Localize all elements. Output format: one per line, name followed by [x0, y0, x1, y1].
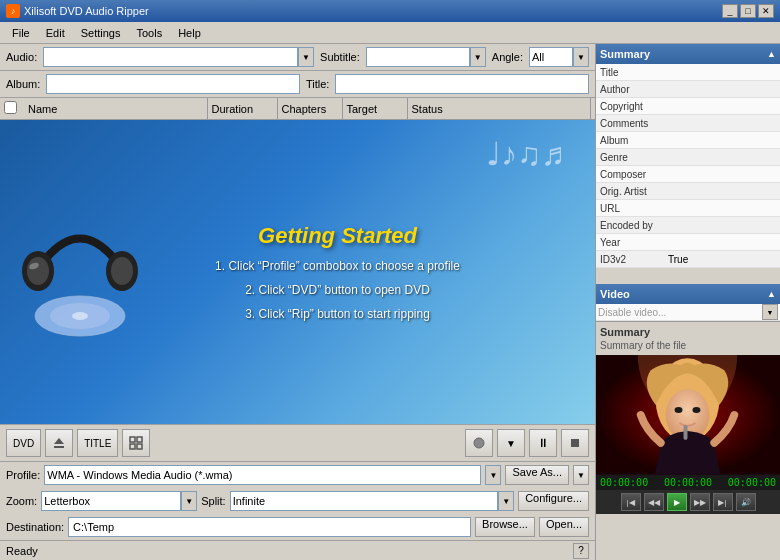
save-as-button[interactable]: Save As...: [505, 465, 569, 485]
audio-combo-arrow[interactable]: ▼: [298, 47, 314, 67]
col-name: Name: [24, 98, 208, 119]
zoom-arrow[interactable]: ▼: [181, 491, 197, 511]
table-header: Name Duration Chapters Target Status: [0, 98, 595, 120]
col-duration: Duration: [208, 98, 278, 119]
video-header: Video ▲: [596, 284, 780, 304]
content-area: ♩♪♫♬: [0, 120, 595, 424]
preview-area: [596, 355, 780, 475]
angle-label: Angle:: [492, 51, 523, 63]
video-row: Disable video... ▼: [596, 304, 780, 321]
menu-edit[interactable]: Edit: [38, 25, 73, 41]
destination-label: Destination:: [6, 521, 64, 533]
subtitle-combo-arrow[interactable]: ▼: [470, 47, 486, 67]
menu-help[interactable]: Help: [170, 25, 209, 41]
zoom-combo[interactable]: Letterbox: [41, 491, 181, 511]
app-title: Xilisoft DVD Audio Ripper: [24, 5, 149, 17]
summary-collapse[interactable]: ▲: [767, 49, 776, 59]
menu-file[interactable]: File: [4, 25, 38, 41]
col-target: Target: [343, 98, 408, 119]
getting-started-title: Getting Started: [258, 223, 417, 249]
help-icon[interactable]: ?: [573, 543, 589, 559]
svg-point-2: [72, 312, 88, 320]
album-title-row: Album: Title:: [0, 71, 595, 98]
summary-row-copyright: Copyright: [596, 98, 780, 115]
audio-label: Audio:: [6, 51, 37, 63]
svg-point-21: [692, 407, 700, 413]
angle-combo-arrow[interactable]: ▼: [573, 47, 589, 67]
svg-point-14: [474, 438, 484, 448]
profile-combo[interactable]: WMA - Windows Media Audio (*.wma): [44, 465, 481, 485]
right-panel: Summary ▲ Title Author Copyright Comment…: [595, 44, 780, 560]
menu-bar: File Edit Settings Tools Help: [0, 22, 780, 44]
zoom-label: Zoom:: [6, 495, 37, 507]
col-chapters: Chapters: [278, 98, 343, 119]
svg-rect-10: [130, 437, 135, 442]
col-status: Status: [408, 98, 592, 119]
stop-button[interactable]: [561, 429, 589, 457]
album-input[interactable]: [46, 74, 300, 94]
video-combo-arrow[interactable]: ▼: [762, 304, 778, 320]
record-button[interactable]: [465, 429, 493, 457]
browse-button[interactable]: Browse...: [475, 517, 535, 537]
svg-rect-12: [130, 444, 135, 449]
destination-input[interactable]: C:\Temp: [68, 517, 471, 537]
profile-arrow[interactable]: ▼: [485, 465, 501, 485]
player-controls: |◀ ◀◀ ▶ ▶▶ ▶| 🔊: [596, 490, 780, 514]
video-collapse[interactable]: ▲: [767, 289, 776, 299]
summary-row-album: Album: [596, 132, 780, 149]
play-button[interactable]: ▶: [667, 493, 687, 511]
summary-table: Title Author Copyright Comments Album Ge…: [596, 64, 780, 284]
grid-view-button[interactable]: [122, 429, 150, 457]
svg-point-20: [675, 407, 683, 413]
headphones-image: [20, 196, 140, 348]
title-button[interactable]: TITLE: [77, 429, 118, 457]
dropdown-arrow-button[interactable]: ▼: [497, 429, 525, 457]
eject-button[interactable]: [45, 429, 73, 457]
audio-combo[interactable]: [43, 47, 298, 67]
split-arrow[interactable]: ▼: [498, 491, 514, 511]
time-row: 00:00:00 00:00:00 00:00:00: [596, 475, 780, 490]
angle-combo[interactable]: All: [529, 47, 573, 67]
prev-button[interactable]: ◀◀: [644, 493, 664, 511]
time-total: 00:00:00: [664, 477, 712, 488]
save-as-arrow[interactable]: ▼: [573, 465, 589, 485]
select-all-checkbox[interactable]: [4, 101, 24, 116]
summary-row-url: URL: [596, 200, 780, 217]
open-button[interactable]: Open...: [539, 517, 589, 537]
title-input[interactable]: [335, 74, 589, 94]
destination-row: Destination: C:\Temp Browse... Open...: [0, 514, 595, 540]
pause-button[interactable]: ⏸: [529, 429, 557, 457]
player-toolbar: DVD TITLE ▼ ⏸: [0, 424, 595, 462]
close-button[interactable]: ✕: [758, 4, 774, 18]
profile-label: Profile:: [6, 469, 40, 481]
summary-row-genre: Genre: [596, 149, 780, 166]
volume-button[interactable]: 🔊: [736, 493, 756, 511]
profile-row: Profile: WMA - Windows Media Audio (*.wm…: [0, 462, 595, 488]
minimize-button[interactable]: _: [722, 4, 738, 18]
info-text: Summary of the file: [600, 340, 776, 351]
time-end: 00:00:00: [728, 477, 776, 488]
summary-row-encoded-by: Encoded by: [596, 217, 780, 234]
subtitle-combo[interactable]: [366, 47, 470, 67]
getting-started-section: Getting Started 1. Click “Profile” combo…: [215, 223, 460, 321]
title-label: Title:: [306, 78, 329, 90]
summary-row-year: Year: [596, 234, 780, 251]
title-bar: ♪ Xilisoft DVD Audio Ripper _ □ ✕: [0, 0, 780, 22]
skip-end-button[interactable]: ▶|: [713, 493, 733, 511]
svg-rect-13: [137, 444, 142, 449]
status-bar: Ready ?: [0, 540, 595, 560]
svg-rect-15: [571, 439, 579, 447]
configure-button[interactable]: Configure...: [518, 491, 589, 511]
time-current: 00:00:00: [600, 477, 648, 488]
split-combo[interactable]: Infinite: [230, 491, 498, 511]
maximize-button[interactable]: □: [740, 4, 756, 18]
status-text: Ready: [6, 545, 38, 557]
skip-start-button[interactable]: |◀: [621, 493, 641, 511]
dvd-button[interactable]: DVD: [6, 429, 41, 457]
menu-tools[interactable]: Tools: [128, 25, 170, 41]
preview-image: [596, 355, 780, 475]
menu-settings[interactable]: Settings: [73, 25, 129, 41]
window-controls: _ □ ✕: [722, 4, 774, 18]
forward-button[interactable]: ▶▶: [690, 493, 710, 511]
instruction-step3: 3. Click “Rip” button to start ripping: [245, 307, 430, 321]
